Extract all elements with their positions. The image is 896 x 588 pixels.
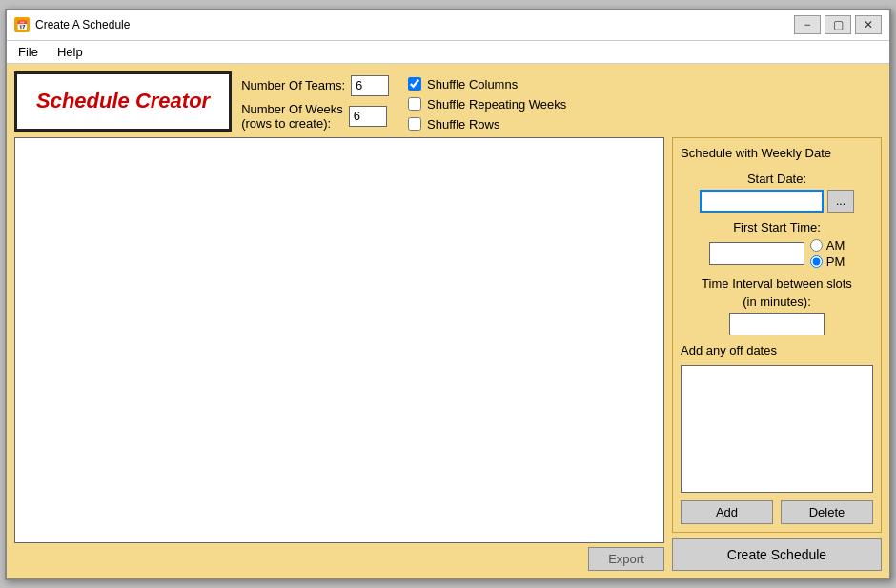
shuffle-rows-row[interactable]: Shuffle Rows <box>408 117 566 132</box>
add-delete-row: Add Delete <box>681 500 873 524</box>
pm-label: PM <box>826 254 845 269</box>
checkboxes-section: Shuffle Columns Shuffle Repeating Weeks … <box>408 75 566 132</box>
menu-file[interactable]: File <box>10 43 46 61</box>
weeks-label-group: Number Of Weeks (rows to create): <box>241 102 343 131</box>
menu-bar: File Help <box>7 41 889 64</box>
menu-help[interactable]: Help <box>50 43 91 61</box>
window-controls: − ▢ ✕ <box>794 15 882 34</box>
start-date-group: Start Date: ... <box>681 172 873 213</box>
title-bar: 📅 Create A Schedule − ▢ ✕ <box>7 10 889 41</box>
settings-panel: Number Of Teams: Number Of Weeks (rows t… <box>241 71 566 132</box>
shuffle-columns-row[interactable]: Shuffle Columns <box>408 77 566 91</box>
right-panel-inner: Schedule with Weekly Date Start Date: ..… <box>672 137 882 533</box>
add-button[interactable]: Add <box>681 500 773 524</box>
time-interval-group: Time Interval between slots (in minutes)… <box>681 276 873 335</box>
shuffle-columns-checkbox[interactable] <box>408 77 421 91</box>
pm-row[interactable]: PM <box>810 254 845 269</box>
close-button[interactable]: ✕ <box>855 15 882 34</box>
weeks-label: Number Of Weeks <box>241 102 343 116</box>
am-row[interactable]: AM <box>810 238 845 253</box>
shuffle-rows-label: Shuffle Rows <box>427 117 499 132</box>
schedule-creator-label: Schedule Creator <box>36 89 210 113</box>
shuffle-columns-label: Shuffle Columns <box>427 77 518 91</box>
off-dates-list[interactable] <box>681 365 873 493</box>
content-area: Schedule Creator Number Of Teams: Number… <box>7 64 889 578</box>
app-icon: 📅 <box>14 17 30 32</box>
schedule-grid-area: Export <box>14 137 664 571</box>
create-schedule-button[interactable]: Create Schedule <box>672 538 882 571</box>
weeks-input[interactable] <box>349 106 387 127</box>
right-panel: Schedule with Weekly Date Start Date: ..… <box>672 137 882 571</box>
first-start-time-group: First Start Time: AM PM <box>681 220 873 269</box>
time-interval-sublabel: (in minutes): <box>743 294 811 309</box>
start-time-input[interactable] <box>709 242 804 265</box>
am-label: AM <box>826 238 845 253</box>
am-pm-group: AM PM <box>810 238 845 269</box>
main-row: Export Schedule with Weekly Date Start D… <box>14 137 882 571</box>
time-interval-input[interactable] <box>729 313 825 335</box>
off-dates-label: Add any off dates <box>681 343 873 357</box>
delete-button[interactable]: Delete <box>781 500 873 524</box>
start-date-label: Start Date: <box>747 172 806 186</box>
schedule-creator-button[interactable]: Schedule Creator <box>14 71 232 132</box>
am-radio[interactable] <box>810 239 823 252</box>
shuffle-repeating-row[interactable]: Shuffle Repeating Weeks <box>408 97 566 112</box>
window-title: Create A Schedule <box>35 18 130 31</box>
minimize-button[interactable]: − <box>794 15 821 34</box>
export-button[interactable]: Export <box>588 547 664 571</box>
start-date-input[interactable] <box>700 190 824 213</box>
shuffle-rows-checkbox[interactable] <box>408 117 421 131</box>
shuffle-repeating-label: Shuffle Repeating Weeks <box>427 97 566 112</box>
top-section: Schedule Creator Number Of Teams: Number… <box>14 71 882 132</box>
teams-input[interactable] <box>351 75 389 96</box>
teams-row: Number Of Teams: <box>241 75 389 96</box>
maximize-button[interactable]: ▢ <box>825 15 851 34</box>
start-date-row: ... <box>700 190 854 213</box>
export-row: Export <box>14 547 664 571</box>
section-title: Schedule with Weekly Date <box>681 146 873 160</box>
shuffle-repeating-checkbox[interactable] <box>408 97 421 111</box>
pm-radio[interactable] <box>810 255 823 268</box>
first-start-time-label: First Start Time: <box>733 220 821 234</box>
main-window: 📅 Create A Schedule − ▢ ✕ File Help Sche… <box>5 9 891 580</box>
teams-label: Number Of Teams: <box>241 78 345 92</box>
browse-button[interactable]: ... <box>827 190 854 213</box>
schedule-grid[interactable] <box>14 137 664 543</box>
weeks-sublabel: (rows to create): <box>241 116 343 131</box>
time-interval-label: Time Interval between slots <box>702 276 852 291</box>
team-weeks-section: Number Of Teams: Number Of Weeks (rows t… <box>241 75 389 131</box>
weeks-row: Number Of Weeks (rows to create): <box>241 102 389 131</box>
title-bar-left: 📅 Create A Schedule <box>14 17 130 32</box>
